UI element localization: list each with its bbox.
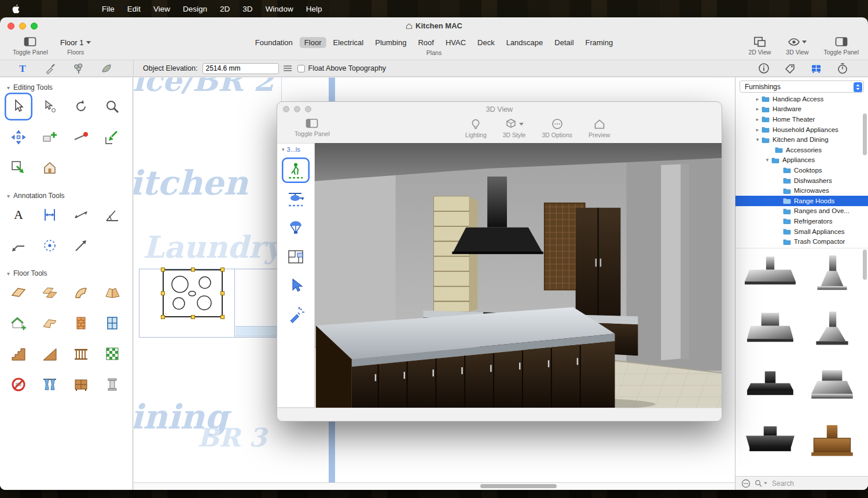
furnishings-library-icon[interactable] <box>810 63 822 74</box>
selection-handle[interactable] <box>191 268 195 272</box>
3d-toggle-panel-button[interactable]: Toggle Panel <box>295 118 330 137</box>
3d-tools-header[interactable]: ▾ 3...ls <box>277 144 314 154</box>
selection-handle[interactable] <box>191 315 195 319</box>
preview-button[interactable]: Preview <box>589 118 610 138</box>
tree-item-microwaves[interactable]: Microwaves <box>735 185 868 196</box>
export-tool[interactable] <box>5 154 32 182</box>
move-tool[interactable] <box>5 123 32 151</box>
select-tool[interactable] <box>5 93 32 120</box>
split-floor-tool[interactable] <box>98 279 126 306</box>
chevron-right-icon[interactable]: ▸ <box>755 116 760 122</box>
selection-handle[interactable] <box>161 268 165 272</box>
plant-tool-icon[interactable] <box>72 62 84 75</box>
menu-2d[interactable]: 2D <box>214 5 236 13</box>
plan-view-tool[interactable] <box>282 244 310 270</box>
leader-line-tool[interactable] <box>5 232 32 259</box>
tree-scrollbar[interactable] <box>863 113 867 155</box>
menu-window[interactable]: Window <box>259 5 300 13</box>
spray-paint-tool[interactable] <box>282 302 310 328</box>
window-tool[interactable] <box>98 309 126 337</box>
tab-framing[interactable]: Framing <box>581 37 618 48</box>
lighting-button[interactable]: Lighting <box>465 118 487 138</box>
curtains-tool[interactable] <box>36 371 64 398</box>
tree-item-home-theater[interactable]: ▸Home Theater <box>735 114 868 124</box>
library-search-input[interactable] <box>772 479 841 488</box>
tab-hvac[interactable]: HVAC <box>441 37 470 48</box>
section-floor-tools[interactable]: ▾ Floor Tools <box>7 269 133 277</box>
timer-icon[interactable] <box>837 63 848 74</box>
tree-item-refrigerators[interactable]: Refrigerators <box>735 216 868 226</box>
tab-deck[interactable]: Deck <box>473 37 499 48</box>
leaf-tool-icon[interactable] <box>100 62 112 75</box>
floor-material-tool[interactable] <box>98 340 126 368</box>
3d-style-button[interactable]: 3D Style <box>503 118 526 138</box>
text-tool-icon[interactable]: T <box>16 62 29 75</box>
menu-help[interactable]: Help <box>300 5 329 13</box>
text-annotation-tool[interactable]: A <box>5 201 32 229</box>
trowel-tool-icon[interactable] <box>44 62 57 75</box>
3d-view-window[interactable]: 3D View Toggle Panel Lighting 3D Style <box>277 101 722 422</box>
edit-handle-tool[interactable] <box>36 93 64 120</box>
north-arrow-tool[interactable] <box>67 232 95 259</box>
railing-tool[interactable] <box>67 340 95 368</box>
selection-handle[interactable] <box>220 315 225 319</box>
tree-item-ranges-and-ovens[interactable]: Ranges and Ove... <box>735 206 868 217</box>
select-arrow-tool[interactable] <box>282 273 310 299</box>
toggle-panel-left-button[interactable]: Toggle Panel <box>13 36 48 56</box>
section-editing-tools[interactable]: ▾ Editing Tools <box>7 83 133 91</box>
rotate-tool[interactable] <box>67 93 95 120</box>
filter-options-icon[interactable] <box>741 479 751 488</box>
thumbnail-professional-range-hood[interactable] <box>801 362 863 418</box>
tree-item-dishwashers[interactable]: Dishwashers <box>735 175 868 186</box>
tree-item-small-appliances[interactable]: Small Appliances <box>735 226 868 237</box>
tab-floor[interactable]: Floor <box>300 37 326 48</box>
tag-icon[interactable] <box>784 63 796 74</box>
chevron-down-icon[interactable]: ▾ <box>764 157 770 163</box>
zoom-button[interactable] <box>31 23 38 30</box>
floor-cutout-tool[interactable] <box>36 309 64 337</box>
chevron-down-icon[interactable]: ▾ <box>755 137 760 142</box>
sprinkler-tool[interactable] <box>36 232 64 259</box>
tree-item-household-appliances[interactable]: ▸Household Appliances <box>735 124 868 135</box>
minimize-button[interactable] <box>294 106 300 112</box>
import-tool[interactable] <box>98 123 126 151</box>
add-room-tool[interactable] <box>5 309 32 337</box>
floor-plane-tool[interactable] <box>5 279 32 306</box>
remove-point-tool[interactable] <box>67 123 95 151</box>
end-to-end-dimension-tool[interactable] <box>67 201 95 229</box>
thumbnail-low-profile-dark-range-hood[interactable] <box>739 362 801 418</box>
chevron-down-icon[interactable] <box>764 482 767 485</box>
list-menu-icon[interactable] <box>284 64 293 72</box>
section-annotation-tools[interactable]: ▾ Annotation Tools <box>7 192 133 200</box>
toggle-panel-right-button[interactable]: Toggle Panel <box>823 36 859 56</box>
minimize-button[interactable] <box>19 23 26 30</box>
angular-dimension-tool[interactable] <box>98 201 126 229</box>
add-object-tool[interactable] <box>36 123 64 151</box>
thumbnail-scrollbar[interactable] <box>863 250 867 280</box>
tab-plumbing[interactable]: Plumbing <box>370 37 411 48</box>
horizontal-scrollbar[interactable] <box>480 484 557 488</box>
selection-handle[interactable] <box>161 291 165 295</box>
thumbnail-island-box-range-hood[interactable] <box>739 250 801 306</box>
menu-edit[interactable]: Edit <box>121 5 147 13</box>
chevron-right-icon[interactable]: ▸ <box>755 127 760 133</box>
3d-view-button[interactable]: 3D View <box>786 36 808 56</box>
selected-cooktop-object[interactable] <box>163 269 223 317</box>
apple-menu-icon[interactable] <box>12 4 20 14</box>
tree-item-trash-compactor[interactable]: Trash Compactor <box>735 236 868 247</box>
masonry-column-tool[interactable] <box>67 309 95 337</box>
selection-handle[interactable] <box>220 291 225 295</box>
tree-item-handicap-access[interactable]: ▸Handicap Access <box>735 94 868 104</box>
library-category-select[interactable]: Furnishings <box>740 80 864 93</box>
selection-handle[interactable] <box>161 315 165 319</box>
menu-design[interactable]: Design <box>176 5 214 13</box>
balloon-view-tool[interactable] <box>282 215 310 241</box>
thumbnail-wood-box-range-hood[interactable] <box>801 418 863 474</box>
menu-3d[interactable]: 3D <box>236 5 259 13</box>
tree-item-cooktops[interactable]: Cooktops <box>735 165 868 175</box>
thumbnail-pyramid-range-hood[interactable] <box>801 306 863 362</box>
3d-render-viewport[interactable] <box>315 143 722 408</box>
thumbnail-pyramid-chimney-range-hood[interactable] <box>801 250 863 306</box>
cabinet-tool[interactable] <box>67 371 95 398</box>
tree-item-kitchen-and-dining[interactable]: ▾Kitchen and Dining <box>735 134 868 145</box>
